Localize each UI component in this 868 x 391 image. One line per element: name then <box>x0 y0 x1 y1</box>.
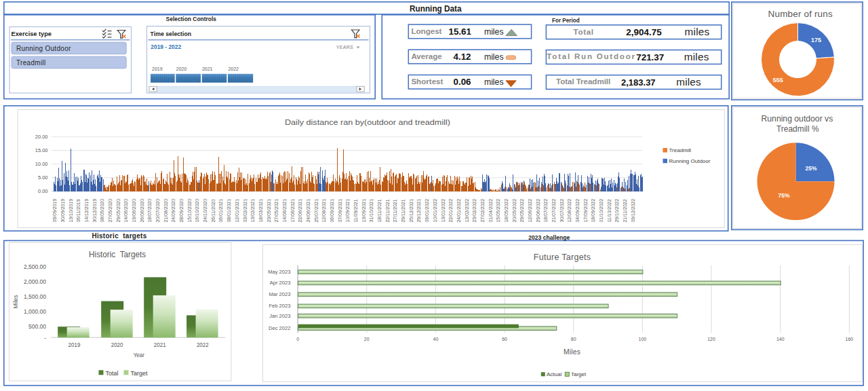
svg-text:06/11/2019: 06/11/2019 <box>76 199 81 222</box>
svg-text:24/10/2020: 24/10/2020 <box>203 199 208 223</box>
svg-text:2019 - 2022: 2019 - 2022 <box>151 43 181 50</box>
svg-text:Longest: Longest <box>411 26 441 35</box>
svg-text:Target: Target <box>131 370 149 377</box>
svg-text:21/11/2022: 21/11/2022 <box>623 199 627 222</box>
svg-text:Average: Average <box>411 52 442 60</box>
svg-text:26/11/2020: 26/11/2020 <box>211 199 216 222</box>
svg-text:Target: Target <box>571 371 587 377</box>
svg-text:10/01/2022: 10/01/2022 <box>433 199 437 223</box>
svg-text:Dec 2022: Dec 2022 <box>269 325 291 331</box>
svg-text:17/09/2022: 17/09/2022 <box>583 199 588 223</box>
svg-text:15/10/2020: 15/10/2020 <box>187 199 192 223</box>
svg-text:30/09/2019: 30/09/2019 <box>60 199 65 223</box>
svg-text:07/09/2021: 07/09/2021 <box>338 199 342 223</box>
svg-text:miles: miles <box>676 76 701 88</box>
svg-text:Total Treadmill: Total Treadmill <box>556 77 610 86</box>
svg-text:10.00: 10.00 <box>35 161 48 167</box>
svg-text:16/10/2020: 16/10/2020 <box>195 199 199 223</box>
svg-text:28/09/2020: 28/09/2020 <box>179 199 184 223</box>
svg-text:11/09/2021: 11/09/2021 <box>353 199 358 222</box>
svg-text:0.00: 0.00 <box>38 188 48 194</box>
svg-text:12/08/2021: 12/08/2021 <box>321 199 326 223</box>
svg-text:30/07/2022: 30/07/2022 <box>559 199 564 223</box>
svg-text:24/01/2022: 24/01/2022 <box>456 199 461 223</box>
svg-text:YEARS: YEARS <box>336 45 353 50</box>
svg-text:Future Targets: Future Targets <box>534 253 591 262</box>
svg-text:23/05/2021: 23/05/2021 <box>267 199 271 223</box>
svg-text:29/05/2020: 29/05/2020 <box>116 199 121 223</box>
svg-text:09/12/2022: 09/12/2022 <box>631 199 635 223</box>
svg-text:Year: Year <box>134 352 144 358</box>
svg-text:Total: Total <box>574 27 594 36</box>
svg-text:Total Run Outdoor: Total Run Outdoor <box>547 52 635 60</box>
svg-text:14/06/2020: 14/06/2020 <box>123 199 128 223</box>
svg-text:03/02/2021: 03/02/2021 <box>243 199 248 223</box>
svg-text:Miles: Miles <box>564 348 580 356</box>
svg-text:13/02/2021: 13/02/2021 <box>250 199 255 223</box>
svg-text:Historic Targets: Historic Targets <box>89 250 146 259</box>
svg-text:2021: 2021 <box>202 66 213 72</box>
svg-text:06/01/2021: 06/01/2021 <box>218 199 223 223</box>
svg-text:08/01/2021: 08/01/2021 <box>226 199 231 223</box>
svg-text:22/01/2022: 22/01/2022 <box>448 199 453 223</box>
svg-text:27/02/2022: 27/02/2022 <box>480 199 485 223</box>
svg-text:0.06: 0.06 <box>453 77 471 87</box>
svg-text:12/06/2022: 12/06/2022 <box>528 199 532 223</box>
svg-text:Feb 2023: Feb 2023 <box>269 303 290 309</box>
svg-text:Miles: Miles <box>12 295 19 309</box>
svg-text:13/01/2022: 13/01/2022 <box>441 199 446 223</box>
svg-text:17/06/2021: 17/06/2021 <box>290 199 295 223</box>
svg-text:721.37: 721.37 <box>636 52 664 62</box>
svg-text:Apr 2023: Apr 2023 <box>270 280 291 286</box>
svg-text:2021: 2021 <box>154 342 166 348</box>
svg-text:29/05/2022: 29/05/2022 <box>519 199 524 223</box>
svg-text:26/06/2020: 26/06/2020 <box>140 199 144 223</box>
svg-text:Total: Total <box>106 370 119 377</box>
svg-text:Running Outdoor: Running Outdoor <box>669 158 711 164</box>
svg-text:06/09/2021: 06/09/2021 <box>330 199 334 223</box>
svg-text:12/08/2022: 12/08/2022 <box>567 199 572 223</box>
svg-text:2019: 2019 <box>68 342 81 348</box>
svg-text:20.00: 20.00 <box>35 134 48 140</box>
svg-text:08/05/2020: 08/05/2020 <box>100 199 104 223</box>
svg-text:Running outdoor vs: Running outdoor vs <box>762 114 833 124</box>
svg-text:22/11/2021: 22/11/2021 <box>385 199 390 222</box>
svg-text:20/07/2020: 20/07/2020 <box>155 199 160 223</box>
svg-text:40: 40 <box>433 337 439 341</box>
svg-text:31/10/2021: 31/10/2021 <box>369 199 374 223</box>
svg-text:Jan 2023: Jan 2023 <box>269 313 290 319</box>
svg-text:Exercise type: Exercise type <box>12 30 52 37</box>
svg-text:29/12/2021: 29/12/2021 <box>416 199 421 223</box>
svg-text:24/09/2020: 24/09/2020 <box>171 199 176 223</box>
svg-text:11/10/2022: 11/10/2022 <box>607 199 612 222</box>
svg-text:miles: miles <box>684 51 709 62</box>
svg-text:20: 20 <box>364 337 370 341</box>
svg-text:24/06/2021: 24/06/2021 <box>306 199 311 223</box>
svg-text:27/11/2021: 27/11/2021 <box>393 199 397 222</box>
svg-text:160: 160 <box>846 337 854 341</box>
svg-text:21/08/2020: 21/08/2020 <box>163 199 168 223</box>
svg-text:18/05/2022: 18/05/2022 <box>504 199 509 223</box>
svg-text:2022: 2022 <box>197 342 209 348</box>
svg-text:2022: 2022 <box>228 66 239 72</box>
svg-text:18/09/2022: 18/09/2022 <box>591 199 595 223</box>
svg-text:22/06/2021: 22/06/2021 <box>298 199 302 223</box>
svg-text:13/09/2021: 13/09/2021 <box>361 199 366 223</box>
svg-text:Treadmill %: Treadmill % <box>776 124 819 134</box>
svg-text:2023 challenge: 2023 challenge <box>528 234 570 241</box>
svg-text:15.61: 15.61 <box>448 26 471 37</box>
svg-text:09/09/2019: 09/09/2019 <box>52 199 57 223</box>
svg-text:29/06/2022: 29/06/2022 <box>536 199 540 223</box>
svg-text:Shortest: Shortest <box>411 77 443 86</box>
svg-text:30/12/2019: 30/12/2019 <box>92 199 97 223</box>
svg-text:2,500.00: 2,500.00 <box>24 263 46 270</box>
svg-text:Running Outdoor: Running Outdoor <box>16 45 71 52</box>
svg-text:15.00: 15.00 <box>35 147 48 153</box>
svg-text:1,500.00: 1,500.00 <box>24 293 46 300</box>
svg-text:18/07/2022: 18/07/2022 <box>543 199 548 223</box>
svg-text:555: 555 <box>773 77 783 83</box>
svg-text:Running Data: Running Data <box>410 4 462 14</box>
svg-text:19/06/2020: 19/06/2020 <box>132 199 136 223</box>
svg-text:5.00: 5.00 <box>38 174 48 181</box>
svg-text:Treadmill: Treadmill <box>669 147 692 153</box>
